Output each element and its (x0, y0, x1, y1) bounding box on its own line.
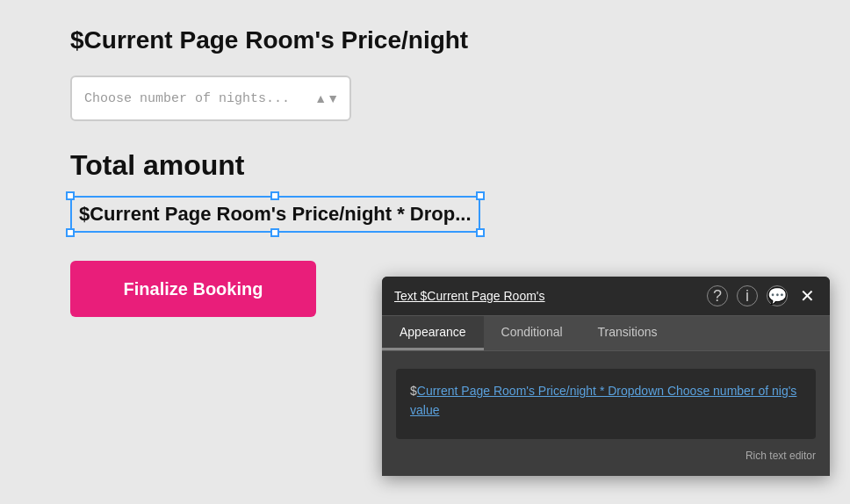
formula-box[interactable]: $Current Page Room's Price/night * Drop.… (70, 196, 480, 233)
help-icon[interactable]: ? (707, 285, 728, 306)
properties-panel: Text $Current Page Room's ? i 💬 ✕ Appear… (382, 277, 830, 476)
handle-bottom-right[interactable] (476, 228, 485, 237)
tab-appearance[interactable]: Appearance (382, 316, 484, 350)
close-icon[interactable]: ✕ (796, 285, 818, 306)
formula-dollar: $ (410, 384, 417, 398)
panel-header: Text $Current Page Room's ? i 💬 ✕ (382, 277, 830, 316)
handle-top-left[interactable] (66, 191, 75, 200)
finalize-booking-button[interactable]: Finalize Booking (70, 261, 316, 317)
handle-top-mid[interactable] (270, 191, 279, 200)
total-amount-label: Total amount (70, 149, 780, 182)
comment-icon[interactable]: 💬 (767, 285, 788, 306)
nights-dropdown-container[interactable]: Choose number of nights... ▲▼ (70, 76, 351, 121)
formula-text: $Current Page Room's Price/night * Drop.… (70, 196, 480, 233)
panel-title[interactable]: Text $Current Page Room's (394, 289, 545, 303)
panel-content: $Current Page Room's Price/night * Dropd… (382, 351, 830, 476)
rich-text-label: Rich text editor (396, 450, 816, 462)
handle-top-right[interactable] (476, 191, 485, 200)
tab-conditional[interactable]: Conditional (484, 316, 580, 350)
tab-transitions[interactable]: Transitions (580, 316, 675, 350)
formula-content-text: $Current Page Room's Price/night * Dropd… (410, 381, 802, 421)
nights-dropdown[interactable]: Choose number of nights... (84, 91, 337, 106)
handle-bottom-mid[interactable] (270, 228, 279, 237)
formula-link[interactable]: Current Page Room's Price/night * Dropdo… (410, 384, 796, 417)
info-icon[interactable]: i (737, 285, 758, 306)
formula-content-box[interactable]: $Current Page Room's Price/night * Dropd… (396, 369, 816, 439)
panel-tabs: Appearance Conditional Transitions (382, 316, 830, 351)
page-price-label: $Current Page Room's Price/night (70, 26, 780, 54)
panel-header-icons: ? i 💬 ✕ (707, 285, 818, 306)
handle-bottom-left[interactable] (66, 228, 75, 237)
